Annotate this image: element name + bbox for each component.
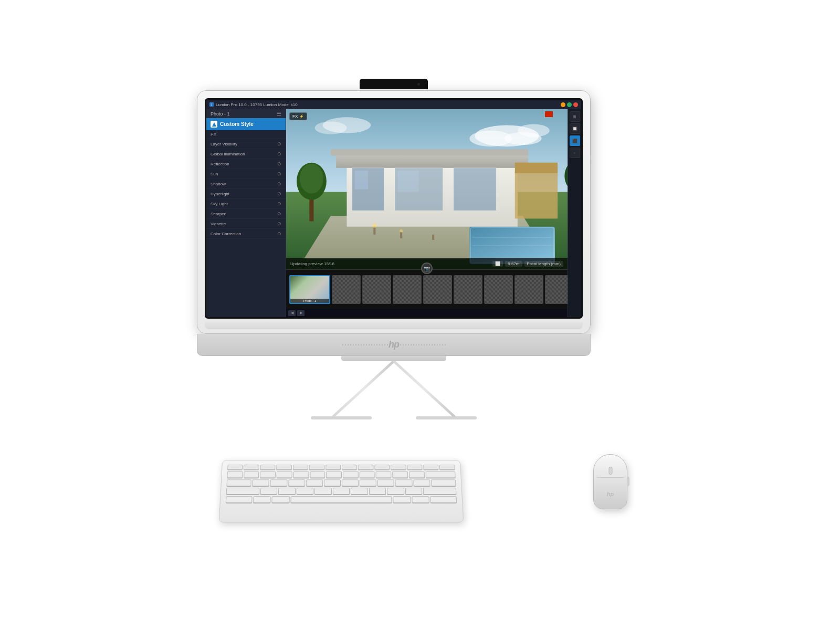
svg-point-26 xyxy=(300,164,323,194)
main-viewport: FX ⚡ Updating preview 15/16 ⬜ xyxy=(286,109,568,317)
sidebar-item[interactable]: Hyperlight ⊙ xyxy=(206,189,286,199)
title-bar: L Lumion Pro 10.0 - 10795 Lumion Model.k… xyxy=(206,100,581,109)
fx-label: FX xyxy=(206,130,286,139)
svg-line-34 xyxy=(333,361,394,416)
film-thumb-active[interactable]: Photo - 1 xyxy=(289,275,330,304)
svg-point-7 xyxy=(315,121,347,134)
svg-rect-23 xyxy=(515,163,558,173)
capture-button[interactable]: 📷 xyxy=(421,262,433,274)
thumb-label: Photo - 1 xyxy=(290,299,329,303)
photo-header: Photo - 1 ☰ xyxy=(206,109,286,118)
screen: L Lumion Pro 10.0 - 10795 Lumion Model.k… xyxy=(205,98,583,319)
camera-btn[interactable]: 9.67m xyxy=(505,261,522,267)
right-panel-btn-4[interactable]: ▫ xyxy=(570,148,580,158)
sidebar-item[interactable]: Layer Visibility ⊙ xyxy=(206,139,286,149)
sidebar-item[interactable]: Vignette ⊙ xyxy=(206,219,286,229)
film-thumb[interactable] xyxy=(514,275,543,304)
film-thumb[interactable] xyxy=(332,275,361,304)
svg-rect-30 xyxy=(400,232,402,238)
sidebar-item[interactable]: Sharpen ⊙ xyxy=(206,209,286,219)
left-sidebar: Photo - 1 ☰ Custom Style xyxy=(206,109,286,317)
render-view: FX ⚡ Updating preview 15/16 ⬜ xyxy=(286,109,568,269)
svg-rect-16 xyxy=(331,149,528,155)
right-panel: ⊞ 🔲 ⬛ ▫ xyxy=(568,109,581,317)
svg-rect-31 xyxy=(432,235,434,240)
film-thumb[interactable] xyxy=(454,275,482,304)
film-thumb[interactable] xyxy=(393,275,422,304)
film-thumb[interactable] xyxy=(484,275,513,304)
webcam-bar xyxy=(360,79,428,89)
svg-rect-20 xyxy=(355,171,368,190)
taskbar: ⊞ 🔍 ⊡ 🌐 📁 📧 🗓 🎵 ▲ 🔊 xyxy=(206,317,581,319)
svg-rect-22 xyxy=(515,171,558,219)
svg-rect-19 xyxy=(454,168,496,211)
film-thumb[interactable] xyxy=(423,275,452,304)
right-panel-btn-3[interactable]: ⬛ xyxy=(570,135,580,146)
keyboard xyxy=(219,460,464,522)
status-text: Updating preview 15/16 xyxy=(290,261,334,266)
mouse-hp-logo: hp xyxy=(607,491,614,497)
app-body: Photo - 1 ☰ Custom Style xyxy=(206,109,581,317)
sidebar-item[interactable]: Global Illumination ⊙ xyxy=(206,149,286,159)
svg-point-32 xyxy=(372,224,376,228)
right-panel-btn-2[interactable]: 🔲 xyxy=(570,123,580,134)
photo-label: Photo - 1 xyxy=(211,111,230,117)
monitor-chin xyxy=(205,322,583,329)
bottom-controls: ◀ ▶ xyxy=(286,309,568,317)
corner-flag xyxy=(545,111,553,117)
mouse: hp xyxy=(593,454,627,509)
focal-btn[interactable]: Focal length (mm) xyxy=(524,261,563,267)
svg-marker-0 xyxy=(212,122,216,127)
viewport-btn[interactable]: ⬜ xyxy=(492,261,503,267)
custom-style-icon xyxy=(211,121,217,128)
svg-line-35 xyxy=(394,361,454,416)
filmstrip: 📷 Photo - 1 xyxy=(286,269,568,309)
svg-point-33 xyxy=(400,229,403,233)
next-btn[interactable]: ▶ xyxy=(297,310,304,316)
hp-logo: hp xyxy=(388,339,399,350)
speaker-grille: hp xyxy=(197,334,591,356)
sidebar-item[interactable]: Reflection ⊙ xyxy=(206,159,286,169)
film-thumb[interactable] xyxy=(362,275,391,304)
monitor-bezel: L Lumion Pro 10.0 - 10795 Lumion Model.k… xyxy=(197,90,591,334)
sidebar-item[interactable]: Shadow ⊙ xyxy=(206,179,286,189)
film-thumb[interactable] xyxy=(545,275,568,304)
svg-point-5 xyxy=(518,124,550,136)
sidebar-item[interactable]: Sun ⊙ xyxy=(206,169,286,179)
custom-style-header[interactable]: Custom Style xyxy=(206,118,286,130)
fx-badge: FX ⚡ xyxy=(289,112,307,120)
sidebar-item[interactable]: Sky Light ⊙ xyxy=(206,199,286,209)
custom-style-label: Custom Style xyxy=(220,121,254,127)
app-title: Lumion Pro 10.0 - 10795 Lumion Model.k10 xyxy=(216,102,559,107)
prev-btn[interactable]: ◀ xyxy=(288,310,296,316)
window-controls xyxy=(561,102,578,107)
sidebar-item[interactable]: Color Correction ⊙ xyxy=(206,229,286,239)
svg-rect-29 xyxy=(373,227,375,235)
svg-rect-21 xyxy=(397,171,419,192)
monitor-stand xyxy=(197,356,591,422)
right-panel-btn-1[interactable]: ⊞ xyxy=(570,111,580,122)
